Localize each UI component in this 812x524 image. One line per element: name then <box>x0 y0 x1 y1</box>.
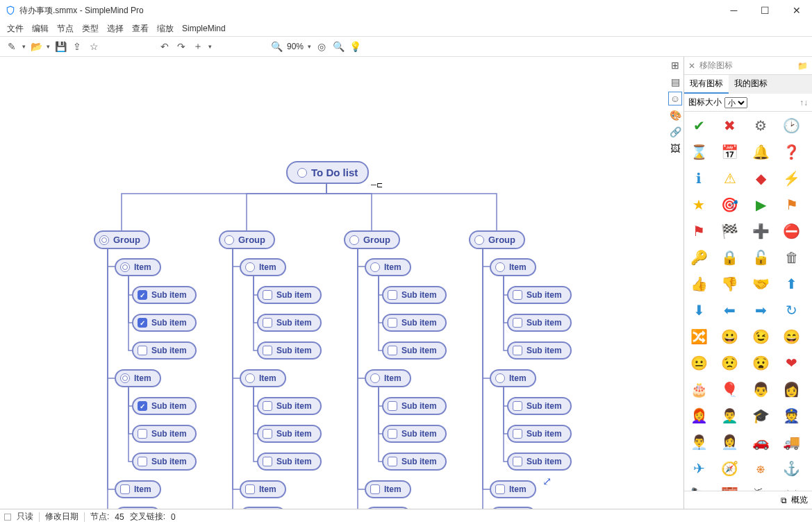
checkbox-icon[interactable] <box>263 318 272 328</box>
icon-item[interactable]: ⛔ <box>781 221 802 241</box>
item-node[interactable]: Item <box>115 480 161 498</box>
open-icon[interactable]: 📂 <box>30 40 42 53</box>
tab-existing-icons[interactable]: 现有图标 <box>684 75 729 94</box>
icon-item[interactable]: 😟 <box>720 353 740 373</box>
checkbox-icon[interactable] <box>120 484 130 494</box>
icon-item[interactable]: 😄 <box>781 327 802 346</box>
overview-icon[interactable]: ⧉ <box>781 496 787 505</box>
icon-item[interactable]: ★ <box>688 195 709 214</box>
icon-item[interactable]: ⚓ <box>781 459 802 478</box>
sub-node[interactable]: Sub item <box>382 341 447 360</box>
checkbox-icon[interactable] <box>263 429 272 439</box>
share-icon[interactable]: ⇪ <box>71 40 83 53</box>
checkbox-icon[interactable] <box>263 346 272 355</box>
icon-item[interactable]: ↻ <box>781 301 802 320</box>
checkbox-icon[interactable] <box>388 318 397 328</box>
sub-node[interactable]: ✓Sub item <box>132 397 197 415</box>
icon-item[interactable]: 👎 <box>720 274 740 294</box>
sub-node[interactable]: Sub item <box>507 314 572 332</box>
icon-item[interactable]: 🎈 <box>720 380 740 399</box>
checkbox-icon[interactable] <box>513 318 522 328</box>
item-node[interactable]: Item <box>490 507 536 509</box>
menu-view[interactable]: 查看 <box>132 23 149 35</box>
sub-node[interactable]: ✓Sub item <box>132 286 197 304</box>
undo-icon[interactable]: ↶ <box>158 40 171 53</box>
sub-node[interactable]: Sub item <box>382 286 447 304</box>
collapse-icon[interactable]: ─⊏ <box>371 180 383 189</box>
checkbox-icon[interactable] <box>388 401 397 411</box>
icon-item[interactable]: 🚚 <box>781 432 802 452</box>
add-icon[interactable]: ＋ <box>192 40 204 53</box>
icon-item[interactable]: 👨 <box>750 380 771 399</box>
item-node[interactable]: Item <box>365 369 411 387</box>
checkbox-icon[interactable] <box>263 457 272 466</box>
icon-item[interactable]: ✈ <box>688 459 709 478</box>
checkbox-icon[interactable] <box>370 484 380 494</box>
item-node[interactable]: Item <box>115 369 161 387</box>
checkbox-icon[interactable] <box>495 484 505 494</box>
checkbox-icon[interactable] <box>513 457 522 466</box>
item-node[interactable]: Item <box>115 258 161 276</box>
icon-item[interactable]: 😀 <box>720 327 740 346</box>
icon-item[interactable]: ➕ <box>750 221 771 241</box>
sub-node[interactable]: Sub item <box>382 314 447 332</box>
icon-item[interactable]: 🚗 <box>750 432 771 452</box>
icon-item[interactable]: 🔔 <box>750 142 771 162</box>
icon-item[interactable]: 🏁 <box>720 221 740 241</box>
icon-item[interactable]: ⌛ <box>688 142 709 162</box>
icon-item[interactable]: 🧭 <box>720 459 740 478</box>
icon-item[interactable]: 🕑 <box>781 116 802 135</box>
checkbox-icon[interactable] <box>513 346 522 355</box>
icon-item[interactable]: ⬅ <box>720 301 740 320</box>
group-node[interactable]: Group <box>469 230 525 249</box>
item-node[interactable]: Item <box>240 369 286 387</box>
icon-item[interactable]: ❤ <box>781 353 802 373</box>
sub-node[interactable]: Sub item <box>257 425 322 443</box>
icon-item[interactable]: 🔀 <box>688 327 709 346</box>
remove-icon-label[interactable]: 移除图标 <box>699 60 733 71</box>
checkbox-icon[interactable] <box>263 290 272 300</box>
sub-node[interactable]: Sub item <box>382 453 447 471</box>
checkbox-icon[interactable] <box>513 429 522 439</box>
icon-item[interactable]: ⬇ <box>688 301 709 320</box>
sub-node[interactable]: Sub item <box>507 286 572 304</box>
icon-item[interactable]: 🎯 <box>720 195 740 214</box>
icon-item[interactable]: 🗑 <box>781 248 802 267</box>
group-node[interactable]: Group <box>344 230 400 249</box>
note-icon[interactable]: ▤ <box>668 75 682 89</box>
icon-item[interactable]: 🔑 <box>688 248 709 267</box>
item-node[interactable]: Item <box>490 258 536 276</box>
mindmap-canvas[interactable]: To Do list ─⊏ Group Item ✓Sub item ✓Sub … <box>0 57 683 509</box>
icon-item[interactable]: 👩‍🦰 <box>688 406 709 425</box>
icon-item[interactable]: 👩‍💼 <box>720 432 740 452</box>
icon-item[interactable]: ✖ <box>720 116 740 135</box>
checkbox-icon[interactable] <box>388 429 397 439</box>
overview-label[interactable]: 概览 <box>791 494 808 506</box>
group-node[interactable]: Group <box>219 230 275 249</box>
icon-item[interactable]: 😧 <box>750 353 771 373</box>
icon-item[interactable]: 🔒 <box>720 248 740 267</box>
icon-item[interactable]: ℹ <box>688 169 709 188</box>
minimize-button[interactable]: ─ <box>718 0 749 21</box>
maximize-button[interactable]: ☐ <box>749 0 781 21</box>
icon-item[interactable]: ⚡ <box>781 169 802 188</box>
palette-icon[interactable]: 🎨 <box>668 108 682 122</box>
sub-node[interactable]: Sub item <box>132 341 197 360</box>
sort-icon[interactable]: ↑↓ <box>799 98 808 108</box>
item-node[interactable]: Item <box>240 507 286 509</box>
icon-item[interactable]: 🎓 <box>750 406 771 425</box>
icon-item[interactable]: ❓ <box>781 142 802 162</box>
item-node[interactable]: Item <box>365 480 411 498</box>
checkbox-icon[interactable]: ✓ <box>138 318 147 328</box>
close-button[interactable]: ✕ <box>781 0 812 21</box>
icon-item[interactable]: ⛏ <box>750 485 771 491</box>
menu-simplemind[interactable]: SimpleMind <box>182 24 226 33</box>
checkbox-icon[interactable] <box>138 429 147 439</box>
group-node[interactable]: Group <box>94 230 150 249</box>
redo-icon[interactable]: ↷ <box>175 40 188 53</box>
item-node[interactable]: Item <box>490 480 536 498</box>
menu-file[interactable]: 文件 <box>7 23 24 35</box>
sub-node[interactable]: Sub item <box>507 425 572 443</box>
zoom-icon[interactable]: 🔍 <box>270 40 283 53</box>
icon-item[interactable]: ➡ <box>750 301 771 320</box>
